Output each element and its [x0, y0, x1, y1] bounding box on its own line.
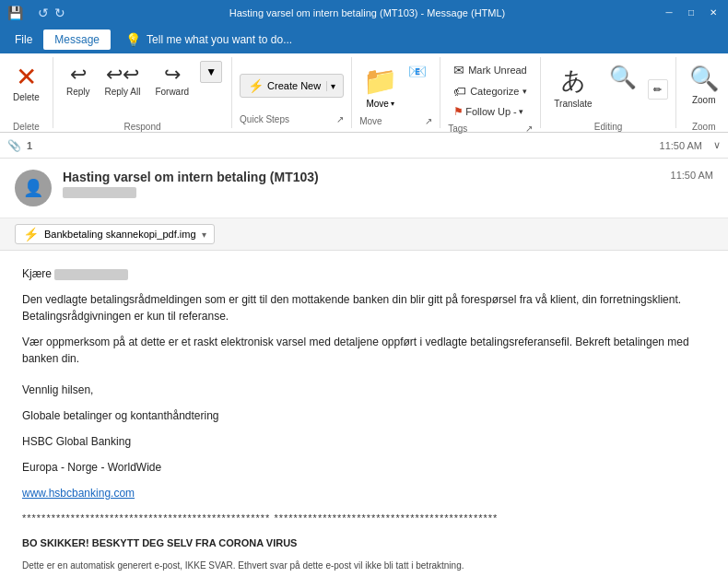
- ribbon-group-editing: あ Translate 🔍 ✏ Editing: [541, 57, 675, 128]
- move-expand-icon[interactable]: ↗: [425, 116, 432, 126]
- categorize-arrow-icon: ▾: [523, 87, 527, 96]
- warning-title: BO SKIKKER! BESKYTT DEG SELV FRA CORONA …: [22, 536, 706, 551]
- reply-button[interactable]: ↩ Reply: [61, 61, 96, 118]
- email-subject: Hasting varsel om intern betaling (MT103…: [63, 170, 319, 198]
- move-label: Move: [366, 99, 388, 109]
- zoom-button[interactable]: 🔍 Zoom: [684, 61, 724, 118]
- email-body-para2: Vær oppmerksom på at dette er et raskt e…: [22, 334, 706, 367]
- respond-group-label: Respond: [123, 118, 160, 132]
- ribbon-group-zoom: 🔍 Zoom Zoom: [676, 57, 728, 128]
- undo-button[interactable]: ↺: [38, 6, 49, 20]
- folder-icon: 📁: [363, 65, 397, 97]
- paperclip-icon: 📎: [7, 139, 21, 152]
- forward-button[interactable]: ↪ Forward: [149, 61, 194, 118]
- categorize-label: Categorize: [470, 86, 519, 97]
- editing-icon1[interactable]: ✏: [648, 79, 668, 100]
- move-label-row: Move ▾: [366, 99, 393, 109]
- undo-redo-group: ↺ ↻: [38, 6, 65, 20]
- reply-all-label: Reply All: [104, 87, 140, 98]
- translate-label: Translate: [554, 99, 592, 109]
- attachment-chip[interactable]: ⚡ Bankbetaling skannekopi_pdf.img ▾: [15, 224, 215, 244]
- search-button[interactable]: 🔍: [604, 61, 642, 118]
- zoom-icon: 🔍: [689, 65, 719, 93]
- move-extra-btns: 📧: [403, 61, 432, 82]
- website-link[interactable]: www.hsbcbanking.com: [22, 487, 135, 500]
- translate-button[interactable]: あ Translate: [548, 61, 597, 118]
- outlook-icon: 📧: [408, 63, 427, 80]
- close-button[interactable]: ✕: [706, 6, 721, 20]
- forward-icon: ↪: [164, 65, 181, 85]
- save-icon[interactable]: 💾: [7, 6, 23, 20]
- tags-group-buttons: ✉ Mark Unread 🏷 Categorize ▾ ⚑ Follow Up…: [448, 61, 533, 120]
- sig-website[interactable]: www.hsbcbanking.com: [22, 485, 706, 501]
- lightning-icon: ⚡: [248, 78, 264, 93]
- email-signature: Vennlig hilsen, Globale betalinger og ko…: [22, 382, 706, 501]
- email-meta-top: Hasting varsel om intern betaling (MT103…: [63, 170, 713, 198]
- maximize-button[interactable]: □: [684, 6, 699, 20]
- mark-unread-button[interactable]: ✉ Mark Unread: [448, 61, 533, 79]
- reply-all-button[interactable]: ↩↩ Reply All: [99, 61, 146, 118]
- expand-button[interactable]: ∨: [713, 139, 721, 151]
- ribbon-group-quicksteps: ⚡ Create New ▾ Quick Steps ↗: [232, 57, 352, 128]
- tell-me-bar[interactable]: 💡 Tell me what you want to do...: [114, 29, 303, 51]
- delete-group-buttons: ✕ Delete: [7, 61, 45, 118]
- move-down-arrow-icon: ▾: [391, 100, 394, 108]
- categorize-icon: 🏷: [453, 84, 466, 99]
- tags-expand-icon[interactable]: ↗: [525, 124, 533, 134]
- ribbon-group-tags: ✉ Mark Unread 🏷 Categorize ▾ ⚑ Follow Up…: [440, 57, 541, 128]
- move-button[interactable]: 📁 Move ▾: [359, 61, 401, 112]
- window-title: Hasting varsel om intern betaling (MT103…: [73, 7, 662, 18]
- zoom-group-buttons: 🔍 Zoom: [684, 61, 724, 118]
- sender-info: [63, 186, 319, 198]
- create-new-button[interactable]: ⚡ Create New ▾: [240, 74, 344, 98]
- email-container[interactable]: 👤 Hasting varsel om intern betaling (MT1…: [0, 159, 728, 577]
- menu-file[interactable]: File: [4, 29, 43, 50]
- reply-all-icon: ↩↩: [106, 65, 139, 85]
- window-controls: ─ □ ✕: [662, 6, 721, 20]
- attachment-icon: ⚡: [23, 227, 39, 241]
- email-subject-line: Hasting varsel om intern betaling (MT103…: [63, 170, 319, 184]
- reply-icon: ↩: [70, 65, 87, 85]
- ribbon-group-move: 📁 Move ▾ 📧 Move ↗: [352, 57, 440, 128]
- sig-line4: Europa - Norge - WorldWide: [22, 459, 706, 476]
- translate-search-row: あ Translate 🔍 ✏: [548, 61, 667, 118]
- email-greeting: Kjære: [22, 265, 706, 282]
- translate-group: あ Translate 🔍 ✏: [548, 61, 667, 118]
- respond-more-button[interactable]: ▼: [200, 61, 222, 83]
- outlook-btn[interactable]: 📧: [403, 61, 432, 82]
- respond-extra: ▼: [198, 61, 224, 83]
- warning-block: BO SKIKKER! BESKYTT DEG SELV FRA CORONA …: [22, 536, 706, 573]
- categorize-button[interactable]: 🏷 Categorize ▾: [448, 82, 533, 100]
- ribbon-group-respond: ↩ Reply ↩↩ Reply All ↪ Forward ▼ Respond: [53, 57, 232, 128]
- sender-avatar: 👤: [15, 170, 52, 206]
- move-group-label: Move: [359, 112, 382, 126]
- minimize-button[interactable]: ─: [662, 6, 676, 20]
- quicksteps-expand-icon[interactable]: ↗: [336, 114, 344, 124]
- attachment-count: 1: [27, 140, 32, 151]
- lightbulb-icon: 💡: [125, 32, 141, 47]
- move-group-buttons: 📁 Move ▾ 📧: [359, 61, 432, 112]
- email-meta: 👤 Hasting varsel om intern betaling (MT1…: [0, 159, 728, 218]
- respond-group-buttons: ↩ Reply ↩↩ Reply All ↪ Forward ▼: [61, 61, 224, 118]
- sender-name-blurred: [63, 187, 136, 198]
- ribbon-group-delete: ✕ Delete Delete: [0, 57, 53, 128]
- email-body: Kjære Den vedlagte betalingsrådmeldingen…: [0, 251, 728, 577]
- editing-extra-icons: ✏: [648, 79, 668, 100]
- time-value: 11:50 AM: [671, 170, 713, 181]
- title-bar: 💾 ↺ ↻ Hasting varsel om intern betaling …: [0, 0, 728, 26]
- follow-up-label: Follow Up -: [465, 106, 517, 117]
- forward-label: Forward: [155, 87, 189, 98]
- quicksteps-inner: ⚡ Create New ▾: [240, 74, 344, 98]
- follow-up-arrow-icon: ▾: [519, 107, 523, 116]
- email-time-header: 11:50 AM: [660, 140, 702, 151]
- menu-message[interactable]: Message: [43, 29, 111, 50]
- create-new-label: Create New: [267, 80, 321, 91]
- redo-button[interactable]: ↻: [54, 6, 65, 20]
- email-header-bar: 📎 1 11:50 AM ∨: [0, 133, 728, 159]
- translate-icon: あ: [561, 65, 586, 97]
- sig-line1: Vennlig hilsen,: [22, 382, 706, 398]
- delete-button[interactable]: ✕ Delete: [7, 61, 45, 118]
- create-new-arrow-icon: ▾: [326, 81, 335, 91]
- recipient-name-blurred: [54, 269, 128, 280]
- follow-up-button[interactable]: ⚑ Follow Up - ▾: [448, 103, 533, 120]
